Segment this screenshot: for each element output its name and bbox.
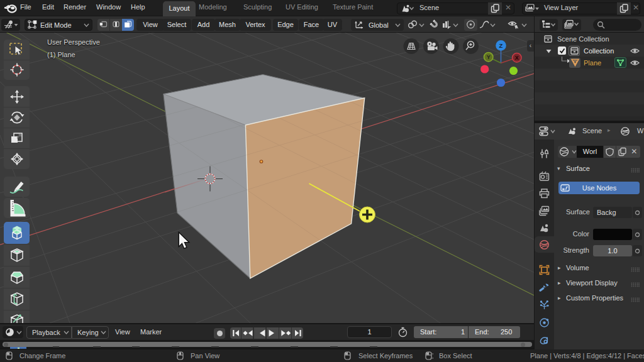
svg-text:X: X (515, 55, 519, 61)
svg-text:Z: Z (499, 42, 503, 49)
svg-text:Y: Y (487, 54, 491, 60)
